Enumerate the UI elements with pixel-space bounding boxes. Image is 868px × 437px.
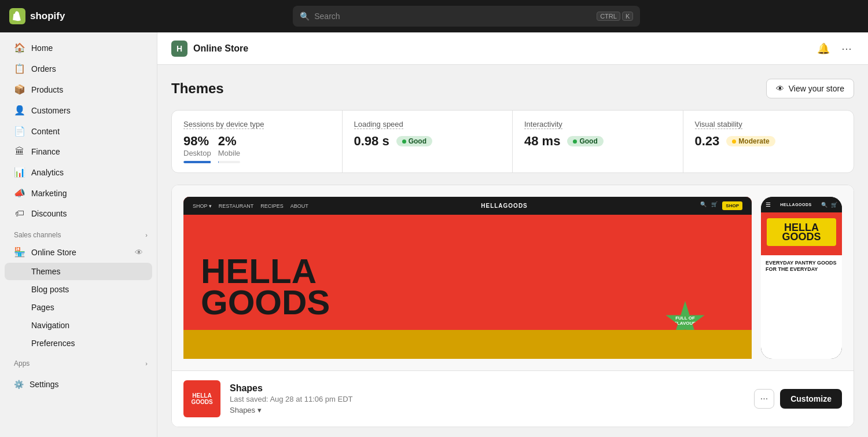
content-header-title: Online Store <box>193 43 248 54</box>
mobile-body-text: EVERYDAY PANTRY GOODS FOR THE EVERYDAY <box>766 260 837 273</box>
themes-section: Themes 👁 View your store Sessions by dev… <box>157 65 868 437</box>
online-store-logo: H <box>171 41 187 57</box>
shopify-text: shopify <box>30 10 65 22</box>
notifications-button[interactable]: 🔔 <box>815 40 832 57</box>
mockup-logo: HELLAGOODS <box>481 203 528 209</box>
sales-channels-section[interactable]: Sales channels › <box>0 224 157 241</box>
products-icon: 📦 <box>14 84 25 95</box>
k-key: K <box>622 12 633 21</box>
sidebar-item-label: Finance <box>31 147 60 156</box>
sidebar-item-analytics[interactable]: 📊 Analytics <box>5 162 152 182</box>
sidebar-item-label: Products <box>31 85 63 94</box>
sidebar-item-navigation[interactable]: Navigation <box>5 317 152 334</box>
sidebar-item-label: Discounts <box>31 209 67 218</box>
desktop-progress-bar <box>183 161 211 163</box>
mobile-hero: HELLA GOODS <box>761 212 842 255</box>
sidebar-item-orders[interactable]: 📋 Orders <box>5 58 152 79</box>
metric-loading: Loading speed 0.98 s Good <box>343 111 513 172</box>
sidebar-item-discounts[interactable]: 🏷 Discounts <box>5 204 152 223</box>
metric-label-sessions: Sessions by device type <box>183 120 330 129</box>
mockup-nav: SHOP ▾ RESTAURANT RECIPES ABOUT HELLAGOO… <box>183 197 752 215</box>
mockup-icons: 🔍 🛒 SHOP <box>700 201 742 210</box>
more-options-button[interactable]: ··· <box>754 389 774 409</box>
mockup-hero: HELLA GOODS FULL OF FLAVOUR <box>183 215 752 359</box>
main-content: H Online Store 🔔 ⋯ Themes 👁 View your st… <box>157 32 868 437</box>
mobile-mockup: ☰ HELLAGOODS 🔍 🛒 HELLA GOODS <box>761 197 842 359</box>
customize-button[interactable]: Customize <box>780 389 842 409</box>
orders-icon: 📋 <box>14 63 25 74</box>
content-icon: 📄 <box>14 126 25 137</box>
desktop-stat: 98% Desktop <box>183 134 211 163</box>
mobile-logo: HELLAGOODS <box>780 203 811 207</box>
search-bar[interactable]: 🔍 CTRL K <box>293 6 640 27</box>
mobile-bar-fill <box>218 161 219 163</box>
metric-values-sessions: 98% Desktop 2% Mobile <box>183 134 330 163</box>
customers-icon: 👤 <box>14 105 25 116</box>
theme-preview-area: SHOP ▾ RESTAURANT RECIPES ABOUT HELLAGOO… <box>172 185 854 370</box>
sidebar-item-online-store[interactable]: 🏪 Online Store 👁 <box>5 242 152 262</box>
theme-saved-time: Last saved: Aug 28 at 11:06 pm EDT <box>230 395 352 403</box>
analytics-icon: 📊 <box>14 167 25 178</box>
sidebar-item-label: Marketing <box>31 189 67 198</box>
mobile-stat: 2% Mobile <box>218 134 240 163</box>
settings-icon: ⚙️ <box>14 380 24 389</box>
eye-circle-icon: 👁 <box>776 84 784 93</box>
mobile-brand-bg: HELLA GOODS <box>767 218 836 246</box>
sidebar-item-home[interactable]: 🏠 Home <box>5 38 152 58</box>
hero-text-1: HELLA <box>201 256 317 287</box>
sidebar-item-marketing[interactable]: 📣 Marketing <box>5 183 152 203</box>
content-header-actions: 🔔 ⋯ <box>815 40 854 57</box>
theme-name: Shapes <box>230 383 352 394</box>
sidebar-item-themes[interactable]: Themes <box>5 263 152 280</box>
sidebar-item-content[interactable]: 📄 Content <box>5 121 152 141</box>
sidebar-item-pages[interactable]: Pages <box>5 299 152 316</box>
mobile-big-text-2: GOODS <box>782 232 821 241</box>
sidebar-item-finance[interactable]: 🏛 Finance <box>5 142 152 161</box>
chevron-right-icon: › <box>145 232 148 238</box>
online-store-label: Online Store <box>31 248 76 257</box>
desktop-bar-fill <box>183 161 211 163</box>
main-layout: 🏠 Home 📋 Orders 📦 Products 👤 Customers 📄… <box>0 32 868 437</box>
sidebar-item-customers[interactable]: 👤 Customers <box>5 100 152 120</box>
hero-text-2: GOODS <box>201 287 330 318</box>
theme-info-row: HELLAGOODS Shapes Last saved: Aug 28 at … <box>172 371 854 427</box>
search-input[interactable] <box>314 12 592 21</box>
sidebar-item-products[interactable]: 📦 Products <box>5 79 152 100</box>
sidebar-item-preferences[interactable]: Preferences <box>5 335 152 352</box>
sidebar-item-label: Home <box>31 43 53 53</box>
marketing-icon: 📣 <box>14 188 25 199</box>
metric-stability: Visual stability 0.23 Moderate <box>683 111 854 172</box>
theme-info: Shapes Last saved: Aug 28 at 11:06 pm ED… <box>230 383 352 414</box>
store-icon: 🏪 <box>14 247 25 258</box>
theme-thumbnail: HELLAGOODS <box>183 380 220 417</box>
metric-value-row-interactivity: 48 ms Good <box>524 134 671 149</box>
apps-section[interactable]: Apps › <box>0 352 157 370</box>
sidebar-item-label: Content <box>31 127 60 136</box>
metrics-row: Sessions by device type 98% Desktop 2% <box>171 110 854 173</box>
mobile-preview: ☰ HELLAGOODS 🔍 🛒 HELLA GOODS <box>761 197 842 359</box>
search-icon: 🔍 <box>300 12 310 21</box>
finance-icon: 🏛 <box>14 146 25 157</box>
themes-header: Themes 👁 View your store <box>171 79 854 98</box>
home-icon: 🏠 <box>14 42 25 53</box>
chevron-down-icon: ▾ <box>258 406 262 414</box>
content-header: H Online Store 🔔 ⋯ <box>157 32 868 65</box>
view-store-button[interactable]: 👁 View your store <box>766 79 854 98</box>
badge-moderate-stability: Moderate <box>726 136 775 146</box>
shopify-logo[interactable]: shopify <box>9 8 65 24</box>
desktop-preview: SHOP ▾ RESTAURANT RECIPES ABOUT HELLAGOO… <box>183 197 752 359</box>
eye-icon: 👁 <box>135 248 143 257</box>
badge-good-interactivity: Good <box>567 136 603 146</box>
more-options-button[interactable]: ⋯ <box>839 40 854 57</box>
sidebar-item-settings[interactable]: ⚙️ Settings <box>5 375 152 394</box>
sidebar-item-blog-posts[interactable]: Blog posts <box>5 281 152 298</box>
discounts-icon: 🏷 <box>14 208 25 219</box>
metric-value-row-stability: 0.23 Moderate <box>695 134 843 149</box>
theme-actions: ··· Customize <box>754 389 842 409</box>
badge-good-loading: Good <box>396 136 432 146</box>
theme-variant-selector[interactable]: Shapes ▾ <box>230 406 352 414</box>
metric-interactivity: Interactivity 48 ms Good <box>513 111 683 172</box>
hamburger-icon: ☰ <box>766 201 771 208</box>
metric-value-row-loading: 0.98 s Good <box>354 134 501 149</box>
metric-label-interactivity: Interactivity <box>524 120 671 129</box>
